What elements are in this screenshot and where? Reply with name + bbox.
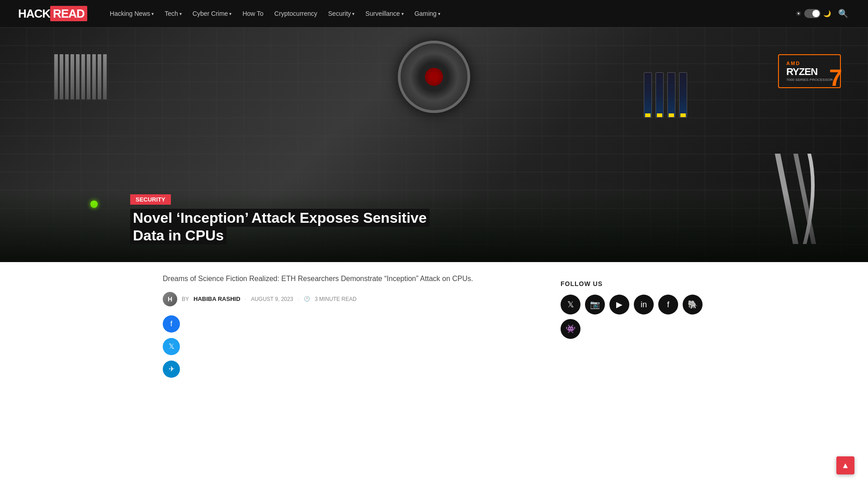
nav-link-tech[interactable]: Tech▾ — [160, 7, 186, 20]
social-reddit-icon[interactable]: 👾 — [561, 319, 580, 339]
dropdown-caret: ▾ — [401, 11, 404, 16]
social-facebook-icon[interactable]: f — [658, 295, 678, 314]
social-mastodon-icon[interactable]: 🐘 — [683, 295, 703, 314]
search-icon[interactable]: 🔍 — [836, 7, 850, 20]
toggle-knob — [812, 10, 820, 17]
ram-2 — [656, 72, 664, 117]
cpu-cooler — [384, 41, 484, 131]
seven-badge: 7 — [829, 66, 842, 89]
nav-item-surveillance: Surveillance▾ — [361, 7, 408, 20]
theme-toggle: ☀ 🌙 — [796, 9, 831, 18]
nav-item-gaming: Gaming▾ — [410, 7, 445, 20]
hero-title-line2: Data in CPUs — [130, 226, 226, 244]
nav-item-cyber-crime: Cyber Crime▾ — [188, 7, 236, 20]
heatsink-decoration — [54, 54, 107, 99]
article-date: AUGUST 9, 2023 — [251, 296, 293, 302]
author-avatar: H — [163, 292, 177, 306]
nav-link-cryptocurrency[interactable]: Cryptocurrency — [270, 7, 322, 20]
theme-toggle-switch[interactable] — [804, 9, 821, 18]
navbar: HACKREAD Hacking News▾Tech▾Cyber Crime▾H… — [0, 0, 868, 27]
social-youtube-icon[interactable]: ▶ — [609, 295, 629, 314]
logo-read: READ — [50, 6, 87, 21]
logo-hack: HACK — [18, 7, 50, 20]
nav-link-gaming[interactable]: Gaming▾ — [410, 7, 445, 20]
author-avatar-inner: H — [163, 292, 177, 306]
nav-links: Hacking News▾Tech▾Cyber Crime▾How ToCryp… — [105, 7, 796, 20]
nav-right: ☀ 🌙 🔍 — [796, 7, 850, 20]
social-instagram-icon[interactable]: 📷 — [585, 295, 605, 314]
article-sidebar: FOLLOW US 𝕏📷▶inf🐘👾 — [561, 262, 705, 378]
article-main: Dreams of Science Fiction Realized: ETH … — [163, 262, 561, 378]
amd-box: AMD RYZEN 7000 SERIES PROCESSOR 7 — [778, 54, 841, 88]
nav-link-surveillance[interactable]: Surveillance▾ — [361, 7, 408, 20]
nav-item-tech: Tech▾ — [160, 7, 186, 20]
author-row: H BY HABIBA RASHID · AUGUST 9, 2023 · 🕐 … — [163, 292, 533, 306]
ram-4 — [679, 72, 687, 117]
dropdown-caret: ▾ — [352, 11, 354, 16]
social-twitter-icon[interactable]: 𝕏 — [561, 295, 580, 314]
share-facebook-button[interactable]: f — [163, 315, 180, 333]
share-twitter-button[interactable]: 𝕏 — [163, 338, 180, 355]
nav-link-security[interactable]: Security▾ — [324, 7, 359, 20]
amd-logo: AMD — [786, 61, 833, 66]
author-by-label: BY — [182, 296, 189, 302]
hero-category-badge[interactable]: Security — [130, 194, 171, 205]
nav-item-security: Security▾ — [324, 7, 359, 20]
ryzen-text: RYZEN — [786, 66, 833, 78]
ram-sticks — [644, 72, 687, 117]
nav-item-hacking-news: Hacking News▾ — [105, 7, 158, 20]
cpu-fan — [398, 41, 470, 113]
hero-section: AMD RYZEN 7000 SERIES PROCESSOR 7 Securi… — [0, 27, 868, 262]
read-time: 3 MINUTE READ — [315, 296, 357, 302]
clock-icon: 🕐 — [304, 296, 310, 302]
sun-icon: ☀ — [796, 10, 802, 17]
dot-separator-2: · — [297, 296, 299, 302]
site-logo[interactable]: HACKREAD — [18, 7, 87, 21]
dropdown-caret: ▾ — [438, 11, 440, 16]
social-grid: 𝕏📷▶inf🐘👾 — [561, 295, 705, 339]
dot-separator-1: · — [245, 296, 247, 302]
nav-link-how-to[interactable]: How To — [238, 7, 268, 20]
social-share: f 𝕏 ✈ — [163, 315, 533, 378]
nav-item-cryptocurrency: Cryptocurrency — [270, 7, 322, 20]
hero-overlay: Security Novel ‘Inception’ Attack Expose… — [0, 194, 868, 262]
moon-icon: 🌙 — [823, 10, 831, 17]
article-area: Dreams of Science Fiction Realized: ETH … — [145, 262, 723, 378]
ryzen-sub: 7000 SERIES PROCESSOR — [786, 78, 833, 82]
ram-3 — [667, 72, 675, 117]
share-telegram-button[interactable]: ✈ — [163, 361, 180, 378]
dropdown-caret: ▾ — [229, 11, 231, 16]
author-name[interactable]: HABIBA RASHID — [193, 296, 241, 302]
dropdown-caret: ▾ — [179, 11, 182, 16]
follow-us-title: FOLLOW US — [561, 280, 705, 287]
nav-link-hacking-news[interactable]: Hacking News▾ — [105, 7, 158, 20]
nav-item-how-to: How To — [238, 7, 268, 20]
nav-link-cyber-crime[interactable]: Cyber Crime▾ — [188, 7, 236, 20]
hero-title-line1: Novel ‘Inception’ Attack Exposes Sensiti… — [130, 209, 429, 227]
hero-title: Novel ‘Inception’ Attack Exposes Sensiti… — [130, 209, 738, 244]
ram-1 — [644, 72, 652, 117]
dropdown-caret: ▾ — [151, 11, 154, 16]
article-subtitle: Dreams of Science Fiction Realized: ETH … — [163, 273, 533, 285]
social-linkedin-icon[interactable]: in — [634, 295, 654, 314]
